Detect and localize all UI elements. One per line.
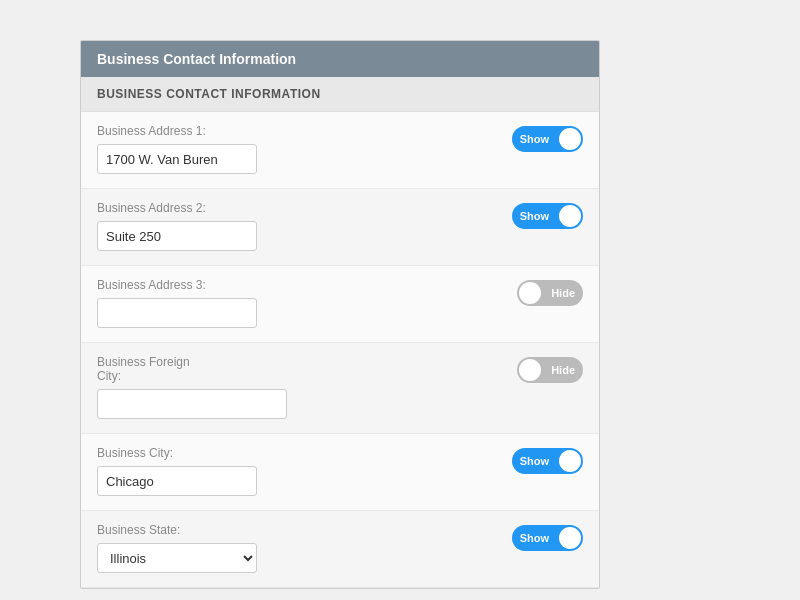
toggle-foreign-city[interactable]: Hide: [517, 357, 583, 383]
toggle-label-city: Show: [512, 455, 557, 467]
label-state: Business State:: [97, 523, 583, 537]
label-foreign-city: Business ForeignCity:: [97, 355, 583, 383]
section-title: BUSINESS CONTACT INFORMATION: [81, 77, 599, 112]
field-row-addr2: Business Address 2: Show: [81, 189, 599, 266]
toggle-area-foreign-city: Hide: [517, 357, 583, 383]
input-addr3[interactable]: [97, 298, 257, 328]
toggle-addr2[interactable]: Show: [512, 203, 583, 229]
input-addr1[interactable]: [97, 144, 257, 174]
toggle-knob-state: [559, 527, 581, 549]
toggle-area-state: Show: [512, 525, 583, 551]
toggle-area-city: Show: [512, 448, 583, 474]
select-state[interactable]: Illinois Indiana Ohio Michigan: [97, 543, 257, 573]
toggle-addr3[interactable]: Hide: [517, 280, 583, 306]
toggle-knob-addr1: [559, 128, 581, 150]
toggle-knob-city: [559, 450, 581, 472]
field-row-city: Business City: Show: [81, 434, 599, 511]
toggle-label-foreign-city: Hide: [543, 364, 583, 376]
toggle-state[interactable]: Show: [512, 525, 583, 551]
field-row-addr3: Business Address 3: Hide: [81, 266, 599, 343]
toggle-label-addr3: Hide: [543, 287, 583, 299]
input-foreign-city[interactable]: [97, 389, 287, 419]
business-contact-card: Business Contact Information BUSINESS CO…: [80, 40, 600, 589]
label-addr3: Business Address 3:: [97, 278, 583, 292]
toggle-city[interactable]: Show: [512, 448, 583, 474]
label-addr1: Business Address 1:: [97, 124, 583, 138]
field-row-foreign-city: Business ForeignCity: Hide: [81, 343, 599, 434]
field-row-addr1: Business Address 1: Show: [81, 112, 599, 189]
label-city: Business City:: [97, 446, 583, 460]
card-header-title: Business Contact Information: [97, 51, 296, 67]
toggle-area-addr2: Show: [512, 203, 583, 229]
toggle-knob-addr2: [559, 205, 581, 227]
toggle-area-addr1: Show: [512, 126, 583, 152]
toggle-area-addr3: Hide: [517, 280, 583, 306]
label-addr2: Business Address 2:: [97, 201, 583, 215]
toggle-label-state: Show: [512, 532, 557, 544]
field-row-state: Business State: Illinois Indiana Ohio Mi…: [81, 511, 599, 588]
toggle-label-addr2: Show: [512, 210, 557, 222]
toggle-knob-addr3: [519, 282, 541, 304]
toggle-label-addr1: Show: [512, 133, 557, 145]
input-addr2[interactable]: [97, 221, 257, 251]
input-city[interactable]: [97, 466, 257, 496]
toggle-addr1[interactable]: Show: [512, 126, 583, 152]
card-header: Business Contact Information: [81, 41, 599, 77]
toggle-knob-foreign-city: [519, 359, 541, 381]
